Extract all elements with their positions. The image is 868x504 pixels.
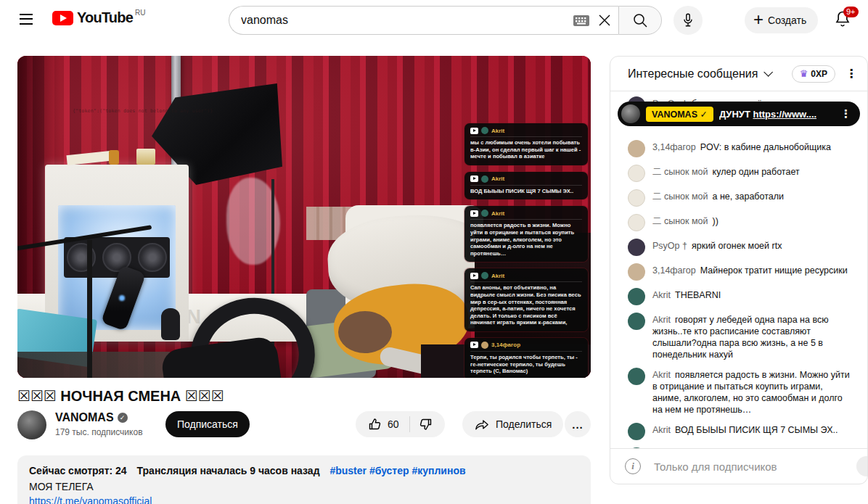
search-icon [632,12,648,28]
description-box[interactable]: Сейчас смотрят: 24 Трансляция началась 9… [17,455,591,504]
mic-stand [87,240,92,378]
dislike-button[interactable] [410,417,445,431]
avatar[interactable] [628,368,645,385]
plus-icon: + [753,11,763,28]
avatar[interactable] [628,423,645,440]
live-chat-panel: Интересные сообщения ♛ 0XP ⋮ PsyOp †батя… [610,56,868,484]
search-input[interactable] [241,14,573,27]
video-player[interactable]: THEVAN {"token":("to [17,56,591,378]
play-chip-icon [470,175,478,182]
pinned-link[interactable]: https://www.... [753,109,816,120]
country-code: RU [135,9,145,17]
chat-message: Akritговорят у лебедей одна пара на всю … [610,310,867,365]
chat-message: 二 сынок мойа не, заработали [610,186,867,211]
crown-icon: ♛ [800,69,808,78]
avatar[interactable] [628,239,645,256]
notifications-button[interactable]: 9+ [833,9,855,31]
stream-started: Трансляция началась 9 часов назад [137,465,320,476]
overlay-message: 3,14фагор Терпи, ты родился чтобы терпет… [464,338,588,378]
xp-badge[interactable]: ♛ 0XP [792,65,835,83]
avatar[interactable] [628,263,645,281]
chat-input-placeholder: Только для подписчиков [654,460,777,473]
mic-led [119,295,125,301]
thumbs-down-icon [419,417,433,431]
youtube-play-icon [52,11,73,25]
notification-count-badge: 9+ [843,7,859,17]
avatar [481,272,488,279]
chat-message: AkritTHEBARNI [610,285,867,310]
avatar [621,104,640,123]
avatar[interactable] [628,214,645,231]
gpu-with-fans [64,237,170,278]
description-text: МОЯ ТЕЛЕГА [29,479,579,494]
masthead: YouTube RU + Создать [0,0,868,41]
create-button[interactable]: + Создать [745,7,818,33]
overlay-message: Akrit мы с любимым очень хотели побывать… [464,123,588,165]
emoji-button[interactable] [856,456,868,476]
youtube-watch-page: YouTube RU + Создать [0,0,868,504]
pinned-message-text: ДУНУТ https://www.... [719,109,816,120]
play-chip-icon [470,342,478,348]
hashtags[interactable]: #buster #бустер #куплинов [329,465,465,476]
more-actions-button[interactable]: ... [565,411,591,437]
avatar [481,175,488,183]
search-box [229,6,618,35]
telegram-link[interactable]: https://t.me/vanomasofficial [29,494,579,504]
verified-badge-icon: ✓ [118,413,128,423]
onstream-chat-overlay: Akrit мы с любимым очень хотели побывать… [464,123,588,378]
play-chip-icon [470,128,478,134]
chevron-down-icon[interactable] [764,67,774,77]
video-title: ☒☒☒ НОЧНАЯ СМЕНА ☒☒☒ [17,387,591,405]
avatar [481,127,488,134]
clear-search-icon[interactable] [598,14,611,27]
chat-message-list[interactable]: PsyOp †батя с этим рулём и тряпками 3,14… [610,92,867,448]
overlay-message: Akrit Сап аноны, вот объективно, на видр… [464,268,588,331]
info-icon: i [625,458,641,474]
share-button[interactable]: Поделиться [462,411,563,437]
chat-filter-title[interactable]: Интересные сообщения [628,67,758,80]
like-dislike-pill: 60 [356,411,445,437]
chat-message: AkritВОД БЫЫЫ ПИСИК ЩЯ 7 СЫМЫ ЭХ.. [610,420,867,445]
viewers-now: Сейчас смотрят: 24 [29,465,127,476]
pinned-message[interactable]: VANOMAS ✓ ДУНУТ https://www.... ⋮ [618,102,860,126]
overlay-message: Akrit появляется радость в жизни. Можно … [464,206,588,262]
channel-avatar[interactable] [17,410,46,439]
avatar[interactable] [628,288,645,305]
avatar[interactable] [628,140,645,157]
like-button[interactable]: 60 [356,417,409,431]
search-button[interactable] [618,6,662,35]
chat-message: 二 сынок мой)) [610,211,867,236]
menu-icon[interactable] [17,10,35,26]
search-bar [229,6,662,35]
subscribe-button[interactable]: Подписаться [165,411,250,437]
table-clutter [17,352,170,378]
avatar[interactable] [628,189,645,207]
chat-input-row[interactable]: i Только для подписчиков [610,448,867,484]
avatar [481,342,488,349]
youtube-wordmark: YouTube [77,9,133,26]
play-chip-icon [470,273,478,279]
chat-message: 二 сынок мойкулер один работает [610,162,867,186]
channel-name[interactable]: VANOMAS [55,411,114,424]
avatar [481,210,488,217]
keyboard-icon[interactable] [573,15,589,26]
voice-search-button[interactable] [673,6,703,35]
avatar[interactable] [628,313,645,330]
chat-menu-icon[interactable]: ⋮ [846,67,857,80]
chat-message: 3,14фагорPOV: в кабине дальнобойщика [610,137,867,162]
chat-message: PsyOp †яркий огонек моей rtx [610,236,867,260]
like-count: 60 [388,418,399,430]
chat-message: 3,14фагорМайнерок тратит нищие ресурсики [610,260,867,285]
stream-meta: Сейчас смотрят: 24 Трансляция началась 9… [29,463,579,478]
play-chip-icon [470,210,478,217]
avatar[interactable] [628,165,645,182]
overlay-message: Akrit ВОД БЫЫЫ ПИСИК ЩЯ 7 СЫМЫ ЭХ.. [464,172,588,200]
channel-owner-badge: VANOMAS ✓ [646,107,713,122]
thumbs-up-icon [367,417,382,431]
youtube-logo[interactable]: YouTube RU [52,9,145,26]
pinned-menu-icon[interactable]: ⋮ [840,107,851,120]
gear-shifter [161,308,180,340]
stream-watermark-text: {"token":("token does not belong to any … [73,108,213,114]
mic-icon [680,12,696,28]
share-arrow-icon [474,417,490,431]
